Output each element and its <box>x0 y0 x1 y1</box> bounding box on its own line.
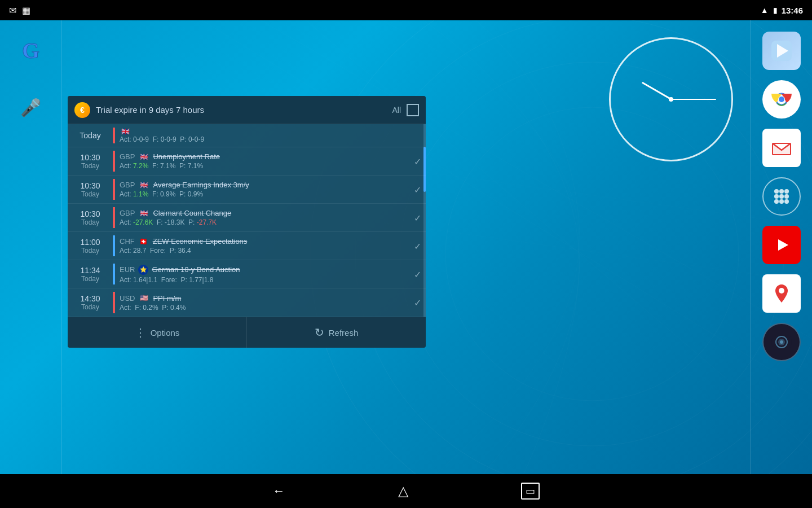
event-row: Today 🇬🇧 Act: 0-0-9 F: 0-0-9 P: 0-0-9 <box>68 124 426 147</box>
event-content: 🇬🇧 Act: 0-0-9 F: 0-0-9 P: 0-0-9 <box>115 124 426 147</box>
flag-icon: 🇬🇧 <box>138 153 149 161</box>
event-row: 10:30 Today GBP 🇬🇧 Claimant Count Change… <box>68 204 426 232</box>
event-row: 14:30 Today USD 🇺🇸 PPI m/m Act: F: 0.2% … <box>68 288 426 317</box>
event-content: CHF 🇨🇭 ZEW Economic Expectations Act: 28… <box>115 232 426 260</box>
svg-point-30 <box>779 288 784 294</box>
act-value: 1.1% <box>133 190 148 198</box>
notification-icon: ▦ <box>22 5 30 16</box>
svg-point-23 <box>784 194 789 199</box>
event-date: Today <box>81 303 99 311</box>
microphone-icon[interactable]: 🎤 <box>20 98 41 117</box>
widget-all-checkbox[interactable] <box>407 104 419 116</box>
svg-point-18 <box>774 189 779 194</box>
google-search-icon[interactable]: G <box>22 37 39 64</box>
status-bar-right: ▲ ▮ 13:46 <box>761 6 803 15</box>
flag-icon: ⭐ <box>138 265 148 275</box>
hour-hand <box>641 82 671 100</box>
svg-point-19 <box>779 189 784 194</box>
flag-icon: 🇺🇸 <box>138 294 149 302</box>
svg-point-24 <box>774 199 779 204</box>
check-icon: ✓ <box>414 184 421 195</box>
widget-panel: € Trial expire in 9 days 7 hours All Tod… <box>68 96 426 348</box>
check-icon: ✓ <box>414 212 421 223</box>
event-name: Average Earnings Index 3m/y <box>153 181 249 189</box>
event-currency-row: GBP 🇬🇧 Average Earnings Index 3m/y <box>120 181 421 189</box>
event-content: GBP 🇬🇧 Average Earnings Index 3m/y Act: … <box>115 176 426 203</box>
clock-time: 13:46 <box>782 6 803 15</box>
minute-hand <box>671 99 716 100</box>
event-row: 10:30 Today GBP 🇬🇧 Unemployment Rate Act… <box>68 147 426 176</box>
clock-widget <box>603 32 739 167</box>
recent-apps-button[interactable]: ▭ <box>521 483 540 500</box>
event-values: Act: 28.7 Fore: P: 36.4 <box>120 247 421 255</box>
event-currency: USD <box>120 294 135 303</box>
event-time-col: 11:34 Today <box>68 260 113 288</box>
event-values: Act: F: 0.2% P: 0.4% <box>120 304 421 312</box>
flag-icon: 🇬🇧 <box>138 181 149 189</box>
gmail-status-icon: ✉ <box>9 5 16 16</box>
svg-point-25 <box>779 199 784 204</box>
event-content: EUR ⭐ German 10-y Bond Auction Act: 1.64… <box>115 260 426 288</box>
event-time-col: 11:00 Today <box>68 232 113 260</box>
event-currency-row: USD 🇺🇸 PPI m/m <box>120 294 421 303</box>
event-time-col: 10:30 Today <box>68 147 113 175</box>
check-icon: ✓ <box>414 156 421 167</box>
svg-point-21 <box>774 194 779 199</box>
options-label: Options <box>151 328 180 338</box>
apps-grid-icon[interactable] <box>762 177 801 216</box>
camera-icon[interactable] <box>762 323 801 361</box>
event-time: 11:00 <box>80 238 100 247</box>
event-currency: CHF <box>120 237 135 246</box>
event-values: Act: 7.2% F: 7.1% P: 7.1% <box>120 162 421 170</box>
svg-point-15 <box>779 97 784 102</box>
event-currency: GBP <box>120 209 135 217</box>
widget-all-button[interactable]: All <box>392 106 401 115</box>
status-bar: ✉ ▦ ▲ ▮ 13:46 <box>0 0 812 20</box>
event-values: Act: -27.6K F: -18.3K P: -27.7K <box>120 218 421 226</box>
prev-value: -27.7K <box>197 218 217 226</box>
chrome-icon[interactable] <box>762 80 801 119</box>
widget-footer: ⋮ Options ↻ Refresh <box>68 317 426 348</box>
back-button[interactable]: ← <box>273 484 285 498</box>
event-values: Act: 0-0-9 F: 0-0-9 P: 0-0-9 <box>120 135 421 143</box>
svg-point-20 <box>784 189 789 194</box>
options-icon: ⋮ <box>135 326 146 339</box>
event-name: PPI m/m <box>153 294 181 303</box>
check-icon: ✓ <box>414 269 421 279</box>
event-row: 11:00 Today CHF 🇨🇭 ZEW Economic Expectat… <box>68 232 426 260</box>
youtube-icon[interactable] <box>762 226 801 264</box>
event-time-col: 14:30 Today <box>68 288 113 317</box>
event-name: Unemployment Rate <box>153 152 220 161</box>
event-time: 14:30 <box>80 294 100 303</box>
check-icon: ✓ <box>414 297 421 308</box>
clock-face <box>609 37 733 161</box>
widget-title: Trial expire in 9 days 7 hours <box>96 105 386 115</box>
event-content: USD 🇺🇸 PPI m/m Act: F: 0.2% P: 0.4% <box>115 288 426 317</box>
left-sidebar: G 🎤 <box>0 20 62 474</box>
play-store-icon[interactable] <box>762 32 801 70</box>
event-currency: EUR <box>120 265 135 274</box>
event-currency: GBP <box>120 181 135 189</box>
status-bar-left: ✉ ▦ <box>9 5 30 16</box>
event-content: GBP 🇬🇧 Claimant Count Change Act: -27.6K… <box>115 204 426 231</box>
event-currency-row: EUR ⭐ German 10-y Bond Auction <box>120 265 421 275</box>
options-button[interactable]: ⋮ Options <box>68 317 247 348</box>
event-date: Today <box>81 275 99 283</box>
gmail-icon[interactable] <box>762 129 801 167</box>
maps-icon[interactable] <box>762 274 801 313</box>
event-currency-row: CHF 🇨🇭 ZEW Economic Expectations <box>120 237 421 246</box>
svg-point-26 <box>784 199 789 204</box>
event-name: Claimant Count Change <box>153 209 231 217</box>
refresh-button[interactable]: ↻ Refresh <box>247 317 426 348</box>
event-date: Today <box>81 218 99 226</box>
events-list: Today 🇬🇧 Act: 0-0-9 F: 0-0-9 P: 0-0-9 10… <box>68 124 426 317</box>
event-row: 11:34 Today EUR ⭐ German 10-y Bond Aucti… <box>68 260 426 288</box>
event-time: 10:30 <box>80 153 100 162</box>
event-time-col: Today <box>68 124 113 147</box>
event-date: Today <box>81 162 99 170</box>
svg-point-22 <box>779 194 784 199</box>
home-button[interactable]: △ <box>398 483 408 499</box>
event-currency: GBP <box>120 152 135 161</box>
event-time-col: 10:30 Today <box>68 176 113 203</box>
event-time-col: 10:30 Today <box>68 204 113 231</box>
